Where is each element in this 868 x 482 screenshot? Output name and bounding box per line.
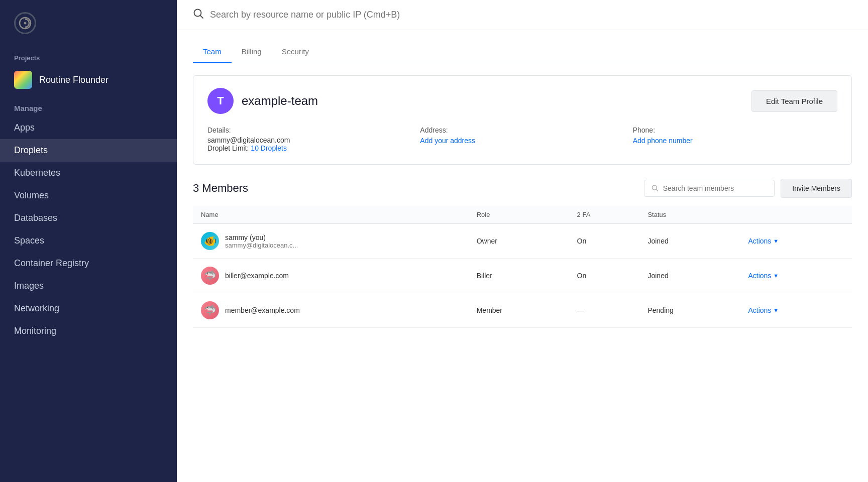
sidebar-item-databases[interactable]: Databases — [0, 207, 177, 229]
address-section: Address: Add your address — [420, 126, 624, 152]
search-input[interactable] — [210, 10, 852, 20]
sidebar-item-droplets[interactable]: Droplets — [0, 139, 177, 162]
tabs: Team Billing Security — [193, 42, 852, 63]
team-profile-card: T example-team Edit Team Profile Details… — [193, 75, 852, 165]
droplet-limit-text: Droplet Limit: — [207, 144, 249, 152]
details-section: Details: sammy@digitalocean.com Droplet … — [207, 126, 412, 152]
content-area: Team Billing Security T example-team Edi… — [177, 30, 868, 482]
member-role-cell: Biller — [469, 259, 569, 293]
sidebar-item-monitoring[interactable]: Monitoring — [0, 320, 177, 342]
member-info-name: biller@example.com — [225, 272, 289, 280]
phone-section: Phone: Add phone number — [633, 126, 837, 152]
sidebar-logo — [0, 0, 177, 44]
main-content: Team Billing Security T example-team Edi… — [177, 0, 868, 482]
details-label: Details: — [207, 126, 412, 134]
sidebar-item-container-registry[interactable]: Container Registry — [0, 252, 177, 275]
sidebar-item-label-apps: Apps — [14, 123, 35, 133]
member-actions-cell[interactable]: Actions ▼ — [740, 259, 852, 293]
sidebar-item-label-container-registry: Container Registry — [14, 258, 89, 269]
member-info: member@example.com — [225, 306, 300, 314]
members-search-input[interactable] — [663, 184, 768, 192]
col-header-name: Name — [193, 206, 469, 224]
actions-link[interactable]: Actions ▼ — [748, 306, 844, 314]
svg-line-5 — [657, 189, 658, 191]
members-search-wrap: Invite Members — [644, 179, 852, 198]
member-actions-cell[interactable]: Actions ▼ — [740, 293, 852, 328]
sidebar-item-label-spaces: Spaces — [14, 235, 44, 246]
team-avatar: T — [207, 88, 234, 114]
member-info: sammy (you) sammy@digitalocean.c... — [225, 233, 298, 249]
members-count-title: 3 Members — [193, 182, 248, 195]
member-info-name: sammy (you) — [225, 233, 298, 242]
details-email: sammy@digitalocean.com — [207, 136, 412, 144]
members-search-input-wrap — [644, 180, 775, 197]
member-name-cell: 🦈 biller@example.com — [193, 259, 469, 293]
sidebar-item-apps[interactable]: Apps — [0, 116, 177, 139]
sidebar-item-networking[interactable]: Networking — [0, 297, 177, 320]
member-status-cell: Joined — [639, 224, 740, 259]
actions-link[interactable]: Actions ▼ — [748, 272, 844, 280]
sidebar-item-kubernetes[interactable]: Kubernetes — [0, 162, 177, 184]
team-identity: T example-team — [207, 88, 318, 114]
droplet-limit-row: Droplet Limit: 10 Droplets — [207, 144, 412, 152]
member-info-email: sammy@digitalocean.c... — [225, 242, 298, 249]
chevron-down-icon: ▼ — [773, 307, 779, 313]
table-row: 🦈 member@example.com Member—PendingActio… — [193, 293, 852, 328]
team-name: example-team — [242, 94, 318, 108]
col-header-role: Role — [469, 206, 569, 224]
team-header: T example-team Edit Team Profile — [207, 88, 837, 114]
member-two-fa-cell: — — [569, 293, 640, 328]
add-phone-link[interactable]: Add phone number — [633, 137, 693, 145]
member-avatar: 🦈 — [201, 301, 219, 319]
member-actions-cell[interactable]: Actions ▼ — [740, 224, 852, 259]
team-details-row: Details: sammy@digitalocean.com Droplet … — [207, 126, 837, 152]
phone-label: Phone: — [633, 126, 837, 134]
sidebar-item-spaces[interactable]: Spaces — [0, 229, 177, 252]
actions-link[interactable]: Actions ▼ — [748, 237, 844, 245]
members-table: Name Role 2 FA Status 🐠 sammy (you) samm… — [193, 206, 852, 328]
sidebar-item-label-databases: Databases — [14, 213, 57, 223]
svg-line-3 — [200, 16, 203, 19]
member-name-cell: 🐠 sammy (you) sammy@digitalocean.c... — [193, 224, 469, 259]
member-cell: 🦈 member@example.com — [201, 301, 461, 319]
add-address-link[interactable]: Add your address — [420, 137, 475, 145]
sidebar: Projects Routine Flounder Manage Apps Dr… — [0, 0, 177, 482]
tab-billing[interactable]: Billing — [232, 42, 272, 63]
tab-team[interactable]: Team — [193, 42, 232, 63]
member-cell: 🦈 biller@example.com — [201, 267, 461, 285]
members-section: 3 Members Invite Members Name — [193, 179, 852, 328]
droplet-limit-link[interactable]: 10 Droplets — [251, 144, 287, 152]
member-name-cell: 🦈 member@example.com — [193, 293, 469, 328]
search-bar — [177, 0, 868, 30]
member-avatar: 🐠 — [201, 232, 219, 250]
invite-members-button[interactable]: Invite Members — [781, 179, 852, 198]
member-info: biller@example.com — [225, 272, 289, 280]
address-label: Address: — [420, 126, 624, 134]
members-tbody: 🐠 sammy (you) sammy@digitalocean.c... Ow… — [193, 224, 852, 328]
col-header-actions — [740, 206, 852, 224]
member-status-cell: Joined — [639, 259, 740, 293]
sidebar-item-label-images: Images — [14, 281, 44, 291]
chevron-down-icon: ▼ — [773, 273, 779, 279]
table-header: Name Role 2 FA Status — [193, 206, 852, 224]
chevron-down-icon: ▼ — [773, 238, 779, 244]
members-search-icon — [652, 184, 659, 192]
member-cell: 🐠 sammy (you) sammy@digitalocean.c... — [201, 232, 461, 250]
sidebar-item-label-networking: Networking — [14, 303, 59, 314]
tab-security[interactable]: Security — [272, 42, 319, 63]
member-info-name: member@example.com — [225, 306, 300, 314]
table-row: 🦈 biller@example.com BillerOnJoinedActio… — [193, 259, 852, 293]
member-status-cell: Pending — [639, 293, 740, 328]
col-header-status: Status — [639, 206, 740, 224]
project-routine-flounder[interactable]: Routine Flounder — [0, 66, 177, 94]
project-name: Routine Flounder — [39, 75, 108, 85]
projects-label: Projects — [0, 44, 177, 66]
member-role-cell: Member — [469, 293, 569, 328]
sidebar-item-label-droplets: Droplets — [14, 145, 48, 156]
sidebar-item-images[interactable]: Images — [0, 275, 177, 297]
sidebar-item-label-monitoring: Monitoring — [14, 326, 56, 336]
project-icon — [14, 71, 32, 89]
table-row: 🐠 sammy (you) sammy@digitalocean.c... Ow… — [193, 224, 852, 259]
sidebar-item-volumes[interactable]: Volumes — [0, 184, 177, 207]
edit-team-profile-button[interactable]: Edit Team Profile — [751, 90, 837, 112]
